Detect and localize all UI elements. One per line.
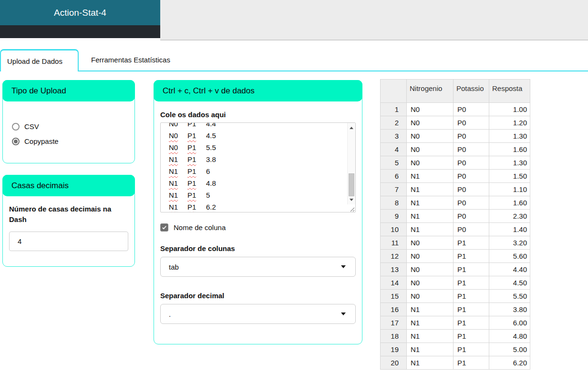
tab-label: Ferramentas Estatísticas <box>91 56 170 64</box>
row-index: 5 <box>381 156 407 170</box>
table-row: 6N1P01.50 <box>381 170 530 183</box>
column-names-checkbox-row[interactable]: Nome de coluna <box>160 223 356 232</box>
textarea-line: N1P14.8 <box>169 177 355 189</box>
column-header <box>381 80 407 103</box>
cell-nitrogenio: N1 <box>407 316 454 330</box>
panel-title: Ctrl + c, Ctrl + v de dados <box>163 86 255 96</box>
tab-upload-de-dados[interactable]: Upload de Dados <box>0 49 79 71</box>
row-index: 11 <box>381 236 407 250</box>
cell-resposta: 5.50 <box>489 290 530 303</box>
cell-potassio: P0 <box>454 130 489 143</box>
tab-label: Upload de Dados <box>7 57 62 65</box>
textarea-line: N1P15 <box>169 189 355 201</box>
row-index: 3 <box>381 130 407 143</box>
cell-nitrogenio: N0 <box>407 276 454 290</box>
table-row: 11N0P13.20 <box>381 236 530 250</box>
cell-nitrogenio: N0 <box>407 116 454 130</box>
cell-resposta: 6.00 <box>489 316 530 330</box>
panel-header: Ctrl + c, Ctrl + v de dados <box>154 80 362 101</box>
cell-potassio: P1 <box>454 276 489 290</box>
panel-title: Casas decimais <box>11 181 69 191</box>
cell-resposta: 1.30 <box>489 156 530 170</box>
cell-potassio: P1 <box>454 330 489 343</box>
column-separator-select[interactable]: tab <box>160 257 356 277</box>
row-index: 2 <box>381 116 407 130</box>
scrollbar-thumb[interactable] <box>349 173 354 196</box>
cell-potassio: P0 <box>454 116 489 130</box>
cell-resposta: 1.40 <box>489 223 530 236</box>
table-row: 15N0P15.50 <box>381 290 530 303</box>
decimal-separator-label: Separador decimal <box>160 292 356 300</box>
radio-label: CSV <box>24 122 39 131</box>
cell-nitrogenio: N1 <box>407 356 454 370</box>
paste-panel: Ctrl + c, Ctrl + v de dados Cole os dado… <box>154 80 362 344</box>
table-row: 8N1P01.60 <box>381 196 530 210</box>
textarea-line: N0P14.4 <box>169 122 355 130</box>
cell-potassio: P0 <box>454 223 489 236</box>
cell-potassio: P0 <box>454 196 489 210</box>
panel-title: Tipo de Upload <box>11 86 66 96</box>
cell-resposta: 5.00 <box>489 343 530 356</box>
textarea-line: N1P13.8 <box>169 153 355 165</box>
scroll-up-icon[interactable] <box>348 124 355 131</box>
panel-header: Tipo de Upload <box>2 80 135 101</box>
select-value: tab <box>169 263 179 271</box>
cell-resposta: 3.20 <box>489 236 530 250</box>
cell-nitrogenio: N1 <box>407 223 454 236</box>
app-title-text: Action-Stat-4 <box>54 8 106 18</box>
radio-option-csv[interactable]: CSV <box>12 122 134 131</box>
table-row: 2N0P01.20 <box>381 116 530 130</box>
column-header: Resposta <box>489 80 530 103</box>
decimals-input[interactable] <box>9 232 128 251</box>
cell-nitrogenio: N1 <box>407 170 454 183</box>
row-index: 7 <box>381 183 407 196</box>
check-icon <box>162 225 167 230</box>
textarea-line: N0P15.5 <box>169 141 355 153</box>
row-index: 20 <box>381 356 407 370</box>
row-index: 12 <box>381 250 407 263</box>
decimal-separator-select[interactable]: . <box>160 304 356 324</box>
select-value: . <box>169 310 171 318</box>
resize-grip-icon[interactable] <box>349 205 355 212</box>
cell-resposta: 1.60 <box>489 143 530 156</box>
cell-nitrogenio: N0 <box>407 236 454 250</box>
cell-resposta: 4.80 <box>489 330 530 343</box>
panel-header: Casas decimais <box>2 175 135 196</box>
radio-icon[interactable] <box>12 138 20 145</box>
cell-potassio: P0 <box>454 183 489 196</box>
table-header-row: NitrogenioPotassioResposta <box>381 80 530 103</box>
textarea-line: N0P14.5 <box>169 130 355 141</box>
cell-potassio: P0 <box>454 143 489 156</box>
textarea-scrollbar[interactable] <box>347 123 355 204</box>
cell-nitrogenio: N1 <box>407 303 454 316</box>
row-index: 18 <box>381 330 407 343</box>
radio-option-copypaste[interactable]: Copypaste <box>12 137 134 145</box>
cell-resposta: 2.30 <box>489 210 530 223</box>
cell-resposta: 6.20 <box>489 356 530 370</box>
checkbox-label: Nome de coluna <box>174 223 226 232</box>
column-separator-label: Separador de colunas <box>160 244 356 252</box>
cell-nitrogenio: N1 <box>407 343 454 356</box>
checkbox-checked-icon[interactable] <box>160 223 168 232</box>
cell-nitrogenio: N0 <box>407 263 454 276</box>
scroll-down-icon[interactable] <box>348 196 355 203</box>
row-index: 14 <box>381 276 407 290</box>
data-table-body: 1N0P01.002N0P01.203N0P01.304N0P01.605N0P… <box>381 103 530 370</box>
radio-icon[interactable] <box>12 123 20 131</box>
table-row: 1N0P01.00 <box>381 103 530 116</box>
row-index: 17 <box>381 316 407 330</box>
cell-resposta: 1.00 <box>489 103 530 116</box>
row-index: 10 <box>381 223 407 236</box>
table-row: 12N0P15.60 <box>381 250 530 263</box>
row-index: 1 <box>381 103 407 116</box>
cell-nitrogenio: N0 <box>407 290 454 303</box>
tab-ferramentas-estatisticas[interactable]: Ferramentas Estatísticas <box>79 49 189 71</box>
table-row: 16N1P13.80 <box>381 303 530 316</box>
row-index: 15 <box>381 290 407 303</box>
table-row: 13N0P14.40 <box>381 263 530 276</box>
table-row: 9N1P02.30 <box>381 210 530 223</box>
paste-textarea[interactable]: N0P14.4N0P14.5N0P15.5N1P13.8N1P16N1P14.8… <box>160 122 356 212</box>
paste-textarea-content: N0P14.4N0P14.5N0P15.5N1P13.8N1P16N1P14.8… <box>161 122 355 212</box>
header-bar <box>160 0 588 40</box>
cell-potassio: P1 <box>454 290 489 303</box>
